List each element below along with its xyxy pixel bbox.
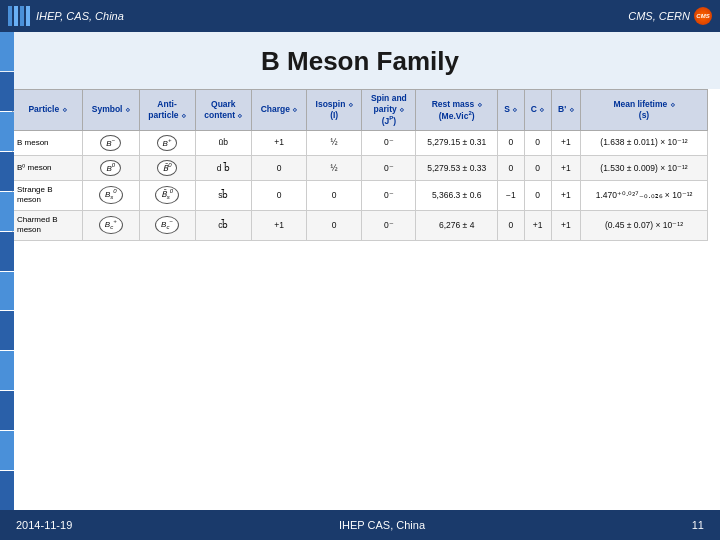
cell-S: 0 bbox=[498, 210, 524, 240]
cell-C: +1 bbox=[524, 210, 551, 240]
cell-antiparticle: B̄s0 bbox=[139, 181, 195, 211]
table-row: B⁰ meson B0 B̄0 d b̄ 0 ½ 0⁻ 5,279.53 ± 0… bbox=[13, 156, 708, 181]
cell-charge: +1 bbox=[252, 130, 307, 155]
cell-S: 0 bbox=[498, 156, 524, 181]
b-meson-table: Particle ⬦ Symbol ⬦ Anti-particle ⬦ Quar… bbox=[12, 89, 708, 241]
cell-rest-mass: 5,279.15 ± 0.31 bbox=[416, 130, 498, 155]
footer-date: 2014-11-19 bbox=[16, 519, 72, 531]
cell-charge: 0 bbox=[252, 156, 307, 181]
cell-particle: Strange B meson bbox=[13, 181, 83, 211]
logo-stripes bbox=[8, 6, 30, 26]
cell-spin-parity: 0⁻ bbox=[362, 181, 416, 211]
cell-lifetime: 1.470⁺⁰·⁰²⁷₋₀.₀₂₆ × 10⁻¹² bbox=[581, 181, 708, 211]
table-row: B meson B− B+ ūb +1 ½ 0⁻ 5,279.15 ± 0.31… bbox=[13, 130, 708, 155]
cell-Bprime: +1 bbox=[551, 130, 580, 155]
header-bar: IHEP, CAS, China CMS, CERN CMS bbox=[0, 0, 720, 32]
cell-isospin: ½ bbox=[306, 130, 361, 155]
col-C: C ⬦ bbox=[524, 90, 551, 131]
cell-spin-parity: 0⁻ bbox=[362, 156, 416, 181]
cell-isospin: 0 bbox=[306, 210, 361, 240]
cell-C: 0 bbox=[524, 181, 551, 211]
cell-C: 0 bbox=[524, 156, 551, 181]
col-Bprime: B' ⬦ bbox=[551, 90, 580, 131]
cell-antiparticle: Bc− bbox=[139, 210, 195, 240]
cell-particle: B⁰ meson bbox=[13, 156, 83, 181]
cell-C: 0 bbox=[524, 130, 551, 155]
col-antiparticle: Anti-particle ⬦ bbox=[139, 90, 195, 131]
table-container: Particle ⬦ Symbol ⬦ Anti-particle ⬦ Quar… bbox=[0, 89, 720, 241]
cell-charge: +1 bbox=[252, 210, 307, 240]
institution-label: IHEP, CAS, China bbox=[36, 10, 124, 22]
cell-lifetime: (0.45 ± 0.07) × 10⁻¹² bbox=[581, 210, 708, 240]
cell-isospin: 0 bbox=[306, 181, 361, 211]
cell-quark: ūb bbox=[195, 130, 252, 155]
footer-page: 11 bbox=[692, 519, 704, 531]
cell-antiparticle: B+ bbox=[139, 130, 195, 155]
cell-rest-mass: 5,279.53 ± 0.33 bbox=[416, 156, 498, 181]
cell-Bprime: +1 bbox=[551, 156, 580, 181]
cell-lifetime: (1.638 ± 0.011) × 10⁻¹² bbox=[581, 130, 708, 155]
page-title: B Meson Family bbox=[20, 46, 700, 77]
cell-particle: B meson bbox=[13, 130, 83, 155]
col-isospin: Isospin ⬦(I) bbox=[306, 90, 361, 131]
cell-antiparticle: B̄0 bbox=[139, 156, 195, 181]
footer-bar: 2014-11-19 IHEP CAS, China 11 bbox=[0, 510, 720, 540]
cell-Bprime: +1 bbox=[551, 210, 580, 240]
col-spin-parity: Spin andparity ⬦(JP) bbox=[362, 90, 416, 131]
header-left: IHEP, CAS, China bbox=[8, 6, 124, 26]
left-decoration bbox=[0, 32, 14, 510]
col-particle: Particle ⬦ bbox=[13, 90, 83, 131]
table-row: Charmed Bmeson Bc+ Bc− cb̄ +1 0 0⁻ 6,276… bbox=[13, 210, 708, 240]
cms-label: CMS, CERN CMS bbox=[628, 7, 712, 25]
cell-S: 0 bbox=[498, 130, 524, 155]
cell-particle: Charmed Bmeson bbox=[13, 210, 83, 240]
cell-S: −1 bbox=[498, 181, 524, 211]
cell-isospin: ½ bbox=[306, 156, 361, 181]
table-row: Strange B meson Bs0 B̄s0 sb̄ 0 0 0⁻ 5,36… bbox=[13, 181, 708, 211]
cell-rest-mass: 6,276 ± 4 bbox=[416, 210, 498, 240]
cell-symbol: B0 bbox=[83, 156, 140, 181]
cell-spin-parity: 0⁻ bbox=[362, 130, 416, 155]
table-header-row: Particle ⬦ Symbol ⬦ Anti-particle ⬦ Quar… bbox=[13, 90, 708, 131]
cell-rest-mass: 5,366.3 ± 0.6 bbox=[416, 181, 498, 211]
cell-quark: cb̄ bbox=[195, 210, 252, 240]
cell-quark: sb̄ bbox=[195, 181, 252, 211]
cell-charge: 0 bbox=[252, 181, 307, 211]
col-lifetime: Mean lifetime ⬦(s) bbox=[581, 90, 708, 131]
col-symbol: Symbol ⬦ bbox=[83, 90, 140, 131]
cms-text: CMS, CERN bbox=[628, 10, 690, 22]
cell-Bprime: +1 bbox=[551, 181, 580, 211]
cell-symbol: Bs0 bbox=[83, 181, 140, 211]
col-S: S ⬦ bbox=[498, 90, 524, 131]
cms-logo: CMS bbox=[694, 7, 712, 25]
cell-lifetime: (1.530 ± 0.009) × 10⁻¹² bbox=[581, 156, 708, 181]
cell-spin-parity: 0⁻ bbox=[362, 210, 416, 240]
cell-symbol: Bc+ bbox=[83, 210, 140, 240]
cell-quark: d b̄ bbox=[195, 156, 252, 181]
footer-center: IHEP CAS, China bbox=[339, 519, 425, 531]
col-rest-mass: Rest mass ⬦(Me.Vic2) bbox=[416, 90, 498, 131]
col-charge: Charge ⬦ bbox=[252, 90, 307, 131]
cell-symbol: B− bbox=[83, 130, 140, 155]
title-area: B Meson Family bbox=[0, 32, 720, 89]
col-quark: Quarkcontent ⬦ bbox=[195, 90, 252, 131]
